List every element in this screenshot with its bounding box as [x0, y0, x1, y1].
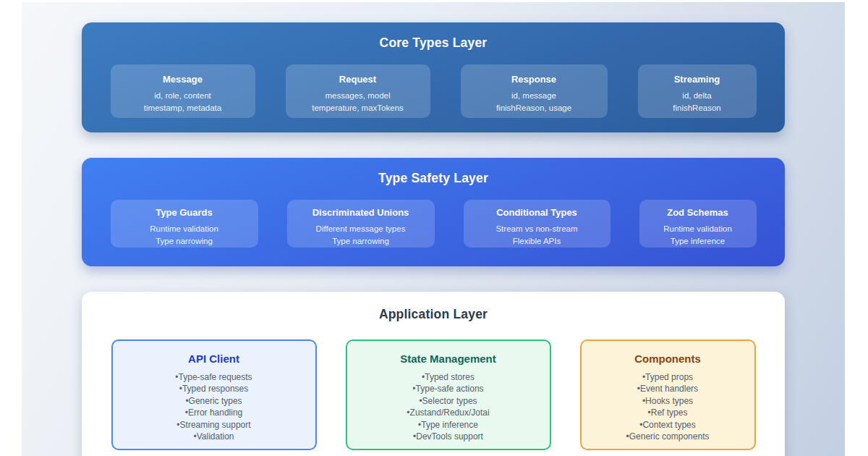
- type-safety-card-row: Type Guards Runtime validation Type narr…: [82, 200, 785, 248]
- type-card-response: Response id, message finishReason, usage: [461, 64, 608, 118]
- safety-card-detail: Flexible APIs: [464, 235, 610, 248]
- feature-item: Zustand/Redux/Jotai: [347, 407, 550, 418]
- feature-item: Typed responses: [113, 383, 315, 394]
- safety-card-detail: Different message types: [287, 223, 435, 235]
- safety-card-title: Conditional Types: [464, 207, 610, 218]
- app-card-feature-list: Typed stores Type-safe actions Selector …: [347, 371, 550, 442]
- feature-item: Type inference: [347, 419, 550, 431]
- safety-card-title: Type Guards: [111, 207, 258, 218]
- safety-card-conditional-types: Conditional Types Stream vs non-stream F…: [464, 200, 610, 248]
- feature-item: Validation: [113, 431, 315, 442]
- type-card-streaming: Streaming id, delta finishReason: [638, 64, 757, 118]
- application-card-row: API Client Type-safe requests Typed resp…: [82, 339, 785, 450]
- feature-item: Selector types: [347, 395, 550, 407]
- safety-card-detail: Type narrowing: [287, 235, 435, 248]
- layer-title-application: Application Layer: [82, 292, 785, 322]
- feature-item: Event handlers: [582, 383, 754, 394]
- feature-item: Streaming support: [113, 419, 315, 431]
- type-card-title: Response: [461, 74, 608, 85]
- type-card-detail: id, delta: [638, 90, 757, 102]
- safety-card-type-guards: Type Guards Runtime validation Type narr…: [111, 200, 258, 248]
- diagram-background: Core Types Layer Message id, role, conte…: [22, 2, 845, 456]
- core-types-card-row: Message id, role, content timestamp, met…: [82, 64, 785, 118]
- safety-card-detail: Runtime validation: [639, 223, 757, 235]
- layer-title-type-safety: Type Safety Layer: [82, 158, 785, 186]
- feature-item: Generic types: [113, 395, 315, 407]
- type-card-detail: id, message: [461, 90, 608, 102]
- app-card-feature-list: Typed props Event handlers Hooks types R…: [582, 371, 754, 442]
- safety-card-title: Zod Schemas: [639, 207, 757, 218]
- feature-item: Ref types: [582, 407, 754, 418]
- layer-type-safety: Type Safety Layer Type Guards Runtime va…: [82, 158, 785, 266]
- feature-item: Hooks types: [582, 395, 754, 407]
- type-card-detail: finishReason, usage: [461, 102, 608, 114]
- type-card-detail: temperature, maxTokens: [286, 102, 430, 114]
- type-card-detail: messages, model: [286, 90, 430, 102]
- app-card-title: API Client: [113, 352, 315, 365]
- type-card-title: Message: [111, 74, 255, 85]
- type-card-detail: id, role, content: [111, 90, 255, 102]
- app-card-title: Components: [582, 352, 754, 365]
- feature-item: Context types: [582, 419, 754, 431]
- feature-item: Typed props: [582, 371, 754, 383]
- feature-item: Error handling: [113, 407, 315, 418]
- type-card-title: Streaming: [638, 74, 757, 85]
- safety-card-detail: Type inference: [639, 235, 757, 248]
- feature-item: Type-safe requests: [113, 371, 315, 383]
- type-card-message: Message id, role, content timestamp, met…: [111, 64, 255, 118]
- type-card-detail: timestamp, metadata: [111, 102, 255, 114]
- diagram-content: Core Types Layer Message id, role, conte…: [82, 22, 785, 456]
- type-card-detail: finishReason: [638, 102, 757, 114]
- safety-card-discriminated-unions: Discriminated Unions Different message t…: [287, 200, 435, 248]
- safety-card-title: Discriminated Unions: [287, 207, 435, 218]
- safety-card-detail: Type narrowing: [111, 235, 258, 248]
- app-card-state-management: State Management Typed stores Type-safe …: [346, 339, 551, 450]
- feature-item: Type-safe actions: [347, 383, 550, 394]
- layer-core-types: Core Types Layer Message id, role, conte…: [82, 22, 785, 132]
- safety-card-zod-schemas: Zod Schemas Runtime validation Type infe…: [639, 200, 757, 248]
- type-card-title: Request: [286, 74, 430, 85]
- app-card-api-client: API Client Type-safe requests Typed resp…: [111, 339, 317, 450]
- app-card-title: State Management: [347, 352, 550, 365]
- feature-item: Generic components: [582, 431, 754, 442]
- feature-item: DevTools support: [347, 431, 550, 442]
- app-card-components: Components Typed props Event handlers Ho…: [580, 339, 756, 450]
- layer-title-core-types: Core Types Layer: [82, 22, 785, 51]
- safety-card-detail: Runtime validation: [111, 223, 258, 235]
- app-card-feature-list: Type-safe requests Typed responses Gener…: [113, 371, 315, 442]
- safety-card-detail: Stream vs non-stream: [464, 223, 610, 235]
- feature-item: Typed stores: [347, 371, 550, 383]
- type-card-request: Request messages, model temperature, max…: [286, 64, 430, 118]
- layer-application: Application Layer API Client Type-safe r…: [82, 292, 785, 456]
